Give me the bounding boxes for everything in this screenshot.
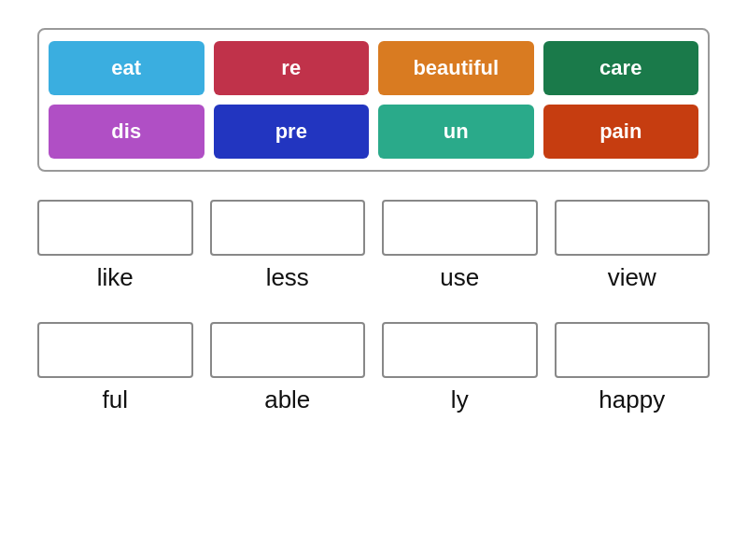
drop-ly-cell: ly <box>382 322 538 414</box>
drop-happy-dropbox[interactable] <box>555 322 711 378</box>
drop-less-cell: less <box>210 200 366 292</box>
drop-ful-label: ful <box>103 385 128 414</box>
tile-pain[interactable]: pain <box>543 105 699 159</box>
drop-view-cell: view <box>555 200 711 292</box>
drop-use-dropbox[interactable] <box>382 200 538 256</box>
drop-like-dropbox[interactable] <box>37 200 193 256</box>
drop-able-cell: able <box>210 322 366 414</box>
source-tiles-container: eatrebeautifulcaredispreunpain <box>37 28 710 172</box>
drop-happy-label: happy <box>599 385 665 414</box>
tile-pre[interactable]: pre <box>214 105 370 159</box>
drop-ly-dropbox[interactable] <box>382 322 538 378</box>
row1: likelessuseview <box>37 200 710 292</box>
tile-un[interactable]: un <box>378 105 534 159</box>
drop-use-cell: use <box>382 200 538 292</box>
drop-less-dropbox[interactable] <box>210 200 366 256</box>
drop-ful-cell: ful <box>37 322 193 414</box>
drop-like-cell: like <box>37 200 193 292</box>
drop-less-label: less <box>266 263 309 292</box>
drop-ly-label: ly <box>451 385 469 414</box>
drop-rows-wrapper: likelessuseviewfulablelyhappy <box>37 200 710 422</box>
tile-dis[interactable]: dis <box>49 105 204 159</box>
row2: fulablelyhappy <box>37 322 710 414</box>
drop-like-label: like <box>97 263 134 292</box>
drop-able-dropbox[interactable] <box>210 322 366 378</box>
drop-view-dropbox[interactable] <box>555 200 711 256</box>
drop-use-label: use <box>440 263 479 292</box>
tile-beautiful[interactable]: beautiful <box>378 41 534 95</box>
drop-happy-cell: happy <box>555 322 711 414</box>
drop-ful-dropbox[interactable] <box>37 322 193 378</box>
tile-re[interactable]: re <box>214 41 370 95</box>
tile-care[interactable]: care <box>543 41 699 95</box>
drop-able-label: able <box>264 385 310 414</box>
tile-eat[interactable]: eat <box>49 41 204 95</box>
drop-view-label: view <box>608 263 656 292</box>
